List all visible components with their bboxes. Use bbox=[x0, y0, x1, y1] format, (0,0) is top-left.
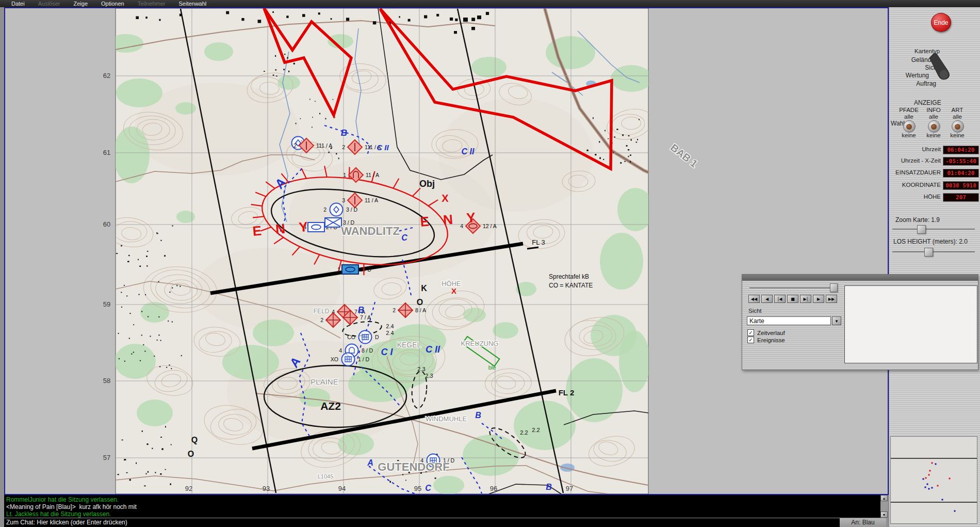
map-label: FL 2 bbox=[559, 388, 575, 397]
map-canvas[interactable]: 2111 / A2111 / A111 / A311 / A412 / A28 … bbox=[5, 8, 887, 494]
svg-text:2: 2 bbox=[293, 142, 297, 149]
los-height-thumb[interactable] bbox=[924, 248, 933, 257]
step-forward-button[interactable]: ▶| bbox=[800, 295, 811, 303]
grid-label: 62 bbox=[103, 72, 110, 79]
anzeige-knob-pfade[interactable] bbox=[903, 120, 916, 133]
zoom-karte-track[interactable] bbox=[892, 229, 975, 231]
svg-text:8 / D: 8 / D bbox=[362, 347, 373, 354]
chat-input-hint[interactable]: Zum Chat: Hier klicken (oder Enter drück… bbox=[4, 518, 840, 527]
map-label: L1045 bbox=[318, 473, 334, 480]
map-label: K bbox=[421, 284, 427, 293]
map-label: C bbox=[401, 233, 407, 242]
replay-progress-track[interactable] bbox=[749, 288, 834, 290]
kartentyp-pointer-knob[interactable] bbox=[927, 52, 954, 81]
los-height-track[interactable] bbox=[892, 251, 975, 253]
chat-recipient-badge[interactable]: An: Blau bbox=[840, 518, 886, 527]
zoom-karte-thumb[interactable] bbox=[917, 225, 926, 234]
anzeige-col-art: ART bbox=[942, 107, 973, 113]
chat-message: <Meaning of Pain [Blau]> kurz afk hör no… bbox=[6, 503, 880, 510]
scroll-up-icon[interactable]: ▲ bbox=[880, 495, 888, 501]
map-label: FELD bbox=[314, 308, 330, 315]
chevron-down-icon[interactable]: ▼ bbox=[832, 316, 841, 325]
chat-log[interactable]: RommelJunior hat die Sitzung verlassen.<… bbox=[4, 495, 880, 518]
grid-label: 93 bbox=[263, 485, 270, 492]
grid-label: 59 bbox=[103, 300, 110, 308]
map-label: PLAINE bbox=[311, 377, 338, 386]
map-label: 2.3 bbox=[417, 366, 425, 372]
svg-text:11 / A: 11 / A bbox=[365, 197, 378, 203]
replay-progress-thumb[interactable] bbox=[830, 283, 838, 292]
svg-text:111 / A: 111 / A bbox=[316, 142, 332, 149]
map-label: Obj bbox=[419, 179, 435, 189]
map-label: FL 3 bbox=[532, 238, 545, 246]
scroll-down-icon[interactable]: ▼ bbox=[880, 512, 888, 518]
map-label: WANDLITZ bbox=[341, 225, 400, 237]
replay-panel[interactable]: ◀◀◀|◀■▶|▶▶▶ Sicht Karte ▼ ✓Zeitverlauf✓E… bbox=[742, 274, 978, 370]
map-label: X bbox=[442, 193, 449, 204]
los-height-label: LOS HEIGHT (meters): 2.0 bbox=[893, 238, 968, 245]
zoom-karte-label: Zoom Karte: 1.9 bbox=[895, 216, 940, 223]
overview-minimap[interactable] bbox=[890, 436, 977, 524]
map-label: AZ2 bbox=[320, 400, 341, 412]
grid-label: 94 bbox=[338, 485, 346, 492]
event-list[interactable] bbox=[844, 285, 977, 363]
rewind-button[interactable]: ◀◀ bbox=[748, 295, 760, 303]
stop-button[interactable]: ■ bbox=[787, 295, 798, 303]
svg-text:1 / D: 1 / D bbox=[358, 356, 370, 362]
readout-value-4: 207 bbox=[943, 193, 979, 202]
kartentyp-option-wertung[interactable]: Wertung bbox=[883, 72, 929, 79]
step-back-button[interactable]: |◀ bbox=[774, 295, 786, 303]
readout-value-3: 0038 5918 bbox=[943, 181, 979, 190]
map-label: C II bbox=[426, 344, 440, 355]
replay-titlebar[interactable] bbox=[742, 275, 978, 281]
svg-text:2: 2 bbox=[320, 317, 323, 323]
anzeige-title: ANZEIGE bbox=[914, 99, 941, 106]
map-label: 2.2 bbox=[520, 429, 528, 436]
map-label: CO = KANTATE bbox=[549, 282, 593, 289]
map-label: 2.2 bbox=[532, 427, 540, 433]
map-label: C II bbox=[377, 143, 389, 152]
sicht-dropdown[interactable]: Karte bbox=[747, 316, 831, 325]
fast-forward-button[interactable]: ▶▶ bbox=[826, 295, 837, 303]
chat-message: Lt. Jackless hat die Sitzung verlassen. bbox=[6, 510, 880, 518]
svg-text:2: 2 bbox=[342, 144, 345, 150]
kartentyp-option-auftrag[interactable]: Auftrag bbox=[890, 80, 936, 87]
anzeige-knob-art[interactable] bbox=[952, 120, 964, 133]
readout-label-3: KOORDINATE bbox=[884, 182, 941, 188]
ende-button[interactable]: Ende bbox=[931, 13, 951, 32]
play-button[interactable]: ▶ bbox=[813, 295, 824, 303]
grid-label: 96 bbox=[490, 485, 497, 492]
readout-label-4: HÖHE bbox=[884, 194, 941, 200]
menu-item-seitenwahl[interactable]: Seitenwahl bbox=[178, 1, 206, 7]
svg-text:2: 2 bbox=[393, 307, 396, 313]
anzeige-knob-info[interactable] bbox=[928, 120, 940, 133]
readout-value-1: -05:55:40 bbox=[943, 157, 979, 166]
svg-text:1: 1 bbox=[337, 266, 340, 273]
menu-bar: DateiAuslöserZeigeOptionenTeilnehmerSeit… bbox=[0, 0, 980, 7]
play-reverse-button[interactable]: ◀ bbox=[761, 295, 773, 303]
chat-scrollbar[interactable]: ▲ ▼ bbox=[880, 495, 888, 518]
checkbox-icon[interactable]: ✓ bbox=[747, 329, 754, 336]
map-label: Sprechtafel kB bbox=[549, 273, 589, 280]
svg-text:7 / A: 7 / A bbox=[360, 314, 371, 321]
menu-item-datei[interactable]: Datei bbox=[11, 1, 25, 7]
checkbox-label: Ereignisse bbox=[757, 337, 785, 343]
menu-item-auslöser: Auslöser bbox=[38, 1, 60, 7]
grid-label: 61 bbox=[103, 149, 110, 156]
svg-text:2: 2 bbox=[323, 206, 326, 213]
checkbox-zeitverlauf[interactable]: ✓Zeitverlauf bbox=[747, 329, 785, 336]
readout-value-2: 01:04:20 bbox=[943, 169, 979, 178]
svg-text:CO: CO bbox=[347, 334, 355, 340]
svg-text:D: D bbox=[375, 334, 379, 340]
menu-item-optionen[interactable]: Optionen bbox=[101, 1, 124, 7]
grid-label: 58 bbox=[103, 377, 110, 385]
map-label: C I bbox=[381, 347, 393, 357]
menu-item-zeige[interactable]: Zeige bbox=[73, 1, 88, 7]
map-label: KEGEL bbox=[397, 341, 421, 349]
checkbox-ereignisse[interactable]: ✓Ereignisse bbox=[747, 337, 785, 343]
map-label: O bbox=[417, 298, 423, 307]
svg-text:3: 3 bbox=[342, 197, 345, 203]
checkbox-icon[interactable]: ✓ bbox=[747, 337, 754, 343]
svg-text:12 / A: 12 / A bbox=[483, 223, 497, 229]
grid-label: 57 bbox=[103, 454, 110, 461]
